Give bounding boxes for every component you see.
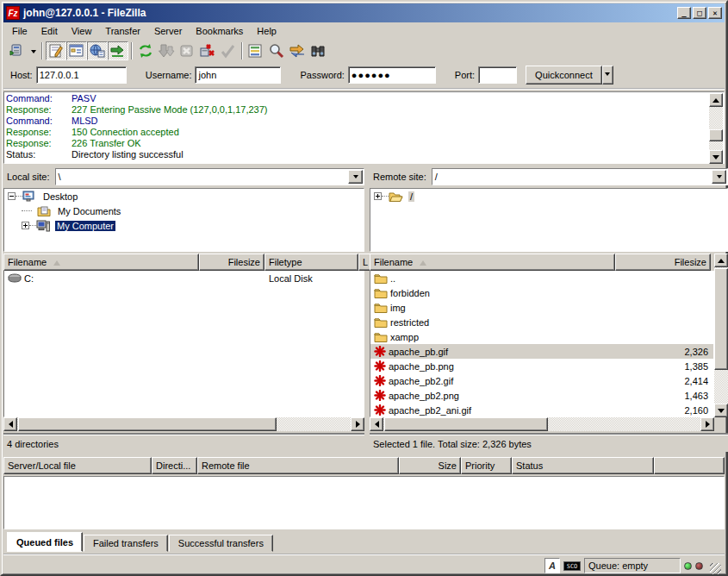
toggle-local-tree-button[interactable]: [66, 41, 87, 60]
menu-transfer[interactable]: Transfer: [98, 24, 147, 38]
host-input[interactable]: [36, 66, 127, 84]
scroll-thumb[interactable]: [18, 417, 277, 431]
local-status-bar: 4 directories: [3, 435, 364, 452]
username-input[interactable]: [195, 66, 281, 84]
file-size: 2,326: [616, 347, 712, 357]
scroll-right-button[interactable]: [351, 417, 364, 431]
password-input[interactable]: [348, 66, 436, 84]
log-line-status: Status:Directory listing successful: [6, 149, 708, 160]
find-search-button[interactable]: [266, 41, 287, 60]
disconnect-button[interactable]: [197, 41, 218, 60]
cancel-operation-button[interactable]: [177, 41, 197, 60]
scroll-left-button[interactable]: [3, 417, 17, 431]
toggle-message-log-button[interactable]: [46, 41, 66, 60]
expand-icon[interactable]: [22, 222, 29, 229]
resize-grip[interactable]: [710, 563, 721, 574]
local-tree-item[interactable]: My Documents: [4, 203, 364, 218]
remote-file-row[interactable]: apache_pb2_ani.gif 2,160: [370, 403, 713, 417]
queue-column-serverlocalfile[interactable]: Server/Local file: [3, 457, 152, 474]
remote-file-row[interactable]: apache_pb.gif 2,326: [370, 344, 713, 359]
remote-file-row[interactable]: apache_pb2.png 1,463: [370, 388, 713, 403]
quickconnect-dropdown-button[interactable]: [602, 66, 613, 85]
cancel-operation-icon: [178, 43, 196, 59]
local-tree-item[interactable]: Desktop: [4, 189, 364, 203]
column-header-filesize[interactable]: Filesize: [615, 254, 711, 271]
remote-site-combobox[interactable]: /: [432, 168, 728, 185]
queue-column-size[interactable]: Size: [399, 457, 461, 474]
column-header-filetype[interactable]: Filetype: [264, 254, 358, 271]
column-header-filename[interactable]: Filename: [370, 254, 615, 271]
menu-file[interactable]: File: [5, 24, 34, 38]
scroll-right-button[interactable]: [700, 417, 714, 431]
scroll-left-button[interactable]: [370, 417, 383, 431]
scroll-thumb[interactable]: [714, 268, 728, 370]
log-vertical-scrollbar[interactable]: [709, 93, 723, 164]
maximize-button[interactable]: □: [693, 7, 706, 19]
tab-successful-transfers[interactable]: Successful transfers: [169, 535, 273, 552]
quickconnect-button[interactable]: Quickconnect: [526, 66, 602, 85]
collapse-icon[interactable]: [8, 192, 16, 200]
scroll-thumb[interactable]: [709, 129, 723, 141]
refresh-button[interactable]: [135, 41, 156, 60]
close-button[interactable]: ✕: [708, 7, 722, 19]
local-site-combobox[interactable]: \: [55, 168, 364, 185]
process-queue-button[interactable]: [156, 41, 177, 60]
queue-column-priority[interactable]: Priority: [461, 457, 512, 474]
scroll-up-button[interactable]: [709, 93, 723, 107]
column-header-filename[interactable]: Filename: [3, 254, 199, 271]
speed-limit-indicator[interactable]: SCO: [563, 561, 581, 571]
tab-queued-files[interactable]: Queued files: [7, 532, 83, 552]
tab-failed-transfers[interactable]: Failed transfers: [84, 535, 168, 552]
site-manager-button[interactable]: [7, 41, 28, 60]
site-manager-dropdown-button[interactable]: [28, 41, 39, 60]
toggle-transfer-queue-button[interactable]: [108, 41, 128, 60]
scroll-up-button[interactable]: [714, 254, 728, 267]
scroll-down-button[interactable]: [714, 404, 728, 417]
remote-file-row[interactable]: ..: [370, 271, 713, 285]
menu-edit[interactable]: Edit: [34, 24, 65, 38]
remote-site-dropdown-button[interactable]: [712, 170, 726, 184]
remote-file-row[interactable]: restricted: [370, 315, 713, 329]
local-site-value: \: [56, 172, 348, 182]
scroll-down-button[interactable]: [709, 150, 723, 164]
remote-file-row[interactable]: apache_pb2.gif 2,414: [370, 373, 713, 388]
host-label: Host:: [10, 70, 33, 80]
remote-file-row[interactable]: xampp: [370, 329, 713, 344]
menu-view[interactable]: View: [65, 24, 99, 38]
find-files-button[interactable]: [308, 41, 328, 60]
directory-listing-filters-button[interactable]: [246, 41, 266, 60]
remote-tree-item[interactable]: /: [370, 189, 727, 203]
remote-vertical-scrollbar[interactable]: [714, 254, 728, 417]
local-horizontal-scrollbar[interactable]: [3, 417, 364, 431]
file-name: apache_pb.gif: [389, 347, 448, 357]
expand-icon[interactable]: [374, 192, 382, 200]
queue-column-directi[interactable]: Directi...: [152, 457, 197, 474]
remote-horizontal-scrollbar[interactable]: [370, 417, 714, 431]
reconnect-button[interactable]: [218, 41, 239, 60]
synchronized-browsing-button[interactable]: [287, 41, 308, 60]
column-header-filesize[interactable]: Filesize: [199, 254, 264, 271]
menu-bookmarks[interactable]: Bookmarks: [189, 24, 250, 38]
scroll-thumb[interactable]: [384, 417, 548, 431]
remote-file-row[interactable]: apache_pb.png 1,385: [370, 359, 713, 373]
sort-ascending-icon: [53, 257, 60, 266]
remote-file-row[interactable]: img: [370, 300, 713, 315]
file-name: apache_pb2_ani.gif: [389, 405, 471, 416]
menu-server[interactable]: Server: [147, 24, 189, 38]
toolbar-separator: [41, 42, 43, 59]
find-files-icon: [309, 43, 327, 59]
title-bar[interactable]: Fz john@127.0.0.1 - FileZilla _ □ ✕: [3, 3, 725, 22]
local-site-dropdown-button[interactable]: [348, 170, 363, 184]
local-tree-item[interactable]: My Computer: [4, 218, 364, 233]
local-file-row[interactable]: C: Local Disk: [4, 271, 364, 285]
queue-column-remotefile[interactable]: Remote file: [197, 457, 399, 474]
menu-help[interactable]: Help: [250, 24, 283, 38]
drive-icon: [8, 273, 22, 283]
remote-file-row[interactable]: forbidden: [370, 285, 713, 300]
port-input[interactable]: [478, 66, 517, 84]
transfer-type-indicator[interactable]: A: [544, 558, 560, 573]
toggle-remote-tree-button[interactable]: [87, 41, 108, 60]
queue-column-status[interactable]: Status: [512, 457, 654, 474]
minimize-button[interactable]: _: [677, 7, 691, 19]
remote-pane: Remote site: / / FilenameFilesize .. for…: [370, 166, 728, 454]
